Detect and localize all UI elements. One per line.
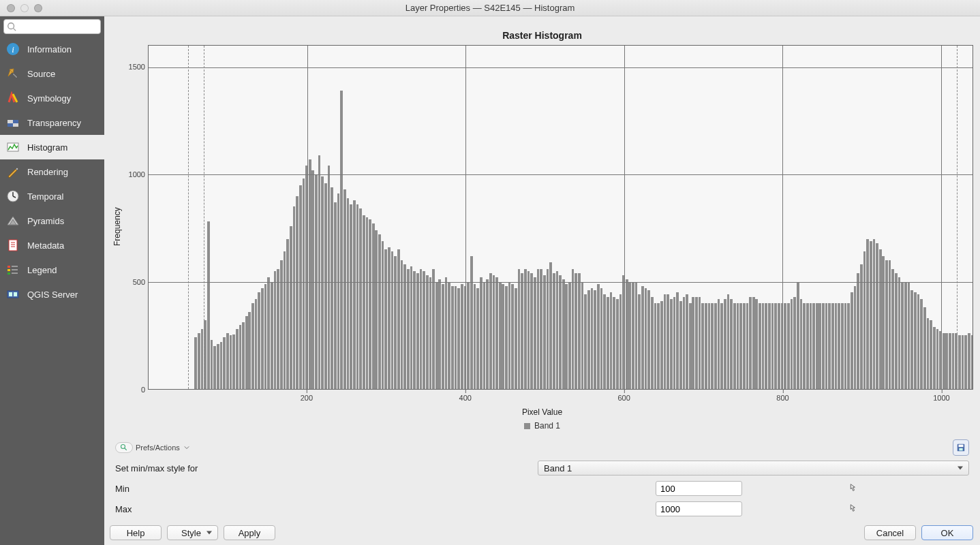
max-label: Max — [115, 504, 538, 514]
dialog-footer: Help Style Apply Cancel OK — [104, 523, 980, 545]
transparency-icon — [5, 115, 20, 130]
sidebar-item-symbology[interactable]: Symbology — [0, 86, 104, 110]
pointer-icon — [847, 483, 857, 493]
histogram-controls: Prefs/Actions Set min/max style for Band… — [104, 435, 980, 523]
save-icon — [956, 443, 966, 452]
sidebar: iInformationSourceSymbologyTransparencyH… — [0, 16, 104, 545]
histogram-icon — [5, 140, 20, 155]
svg-line-1 — [14, 29, 16, 31]
save-histogram-button[interactable] — [953, 439, 969, 456]
max-input[interactable] — [656, 501, 742, 516]
set-minmax-label: Set min/max style for — [115, 463, 538, 473]
clock-icon — [5, 189, 20, 204]
chart-title: Raster Histogram — [111, 30, 973, 41]
legend-label: Band 1 — [534, 421, 560, 431]
svg-rect-24 — [14, 292, 17, 296]
svg-rect-16 — [7, 266, 10, 268]
cancel-button[interactable]: Cancel — [864, 525, 916, 540]
dropdown-icon — [184, 445, 189, 450]
pointer-icon — [847, 503, 857, 513]
svg-rect-18 — [7, 272, 10, 275]
sidebar-item-rendering[interactable]: Rendering — [0, 159, 104, 184]
svg-line-26 — [125, 448, 127, 450]
svg-rect-17 — [7, 269, 10, 271]
histogram-bars — [149, 46, 973, 389]
sidebar-item-histogram[interactable]: Histogram — [0, 135, 104, 159]
pyramids-icon — [5, 213, 20, 228]
sidebar-item-source[interactable]: Source — [0, 61, 104, 86]
style-button[interactable]: Style — [167, 525, 218, 540]
server-icon — [5, 287, 20, 302]
info-icon: i — [5, 42, 20, 57]
band-select[interactable]: Band 1 — [538, 461, 969, 476]
titlebar: Layer Properties — S42E145 — Histogram — [0, 0, 980, 16]
brush-icon — [5, 164, 20, 179]
svg-rect-23 — [9, 292, 12, 296]
sidebar-item-information[interactable]: iInformation — [0, 37, 104, 61]
sidebar-search[interactable] — [3, 19, 101, 34]
min-input[interactable] — [656, 481, 742, 496]
svg-point-0 — [8, 23, 14, 29]
sidebar-item-metadata[interactable]: Metadata — [0, 233, 104, 258]
band-select-value: Band 1 — [544, 463, 572, 473]
sidebar-item-pyramids[interactable]: Pyramids — [0, 208, 104, 233]
sidebar-item-legend[interactable]: Legend — [0, 258, 104, 282]
sidebar-search-input[interactable] — [16, 21, 97, 32]
svg-point-25 — [121, 445, 125, 449]
sidebar-item-label: Legend — [27, 265, 57, 275]
histogram-panel: Raster Histogram Frequency 050010001500 … — [104, 16, 980, 435]
search-icon — [7, 22, 16, 31]
chart-legend: Band 1 — [111, 421, 973, 431]
ok-button[interactable]: OK — [921, 525, 973, 540]
sidebar-item-label: Symbology — [27, 93, 71, 104]
sidebar-item-label: Rendering — [27, 167, 68, 177]
metadata-icon — [5, 238, 20, 253]
main-panel: Raster Histogram Frequency 050010001500 … — [104, 16, 980, 545]
sidebar-item-label: Temporal — [27, 191, 63, 202]
pick-min-button[interactable] — [847, 483, 857, 495]
zoom-icon — [120, 443, 128, 452]
y-axis-label: Frequency — [111, 45, 123, 409]
x-axis-ticks: 2004006008001000 — [148, 390, 973, 409]
legend-swatch — [524, 423, 530, 429]
sidebar-item-transparency[interactable]: Transparency — [0, 110, 104, 135]
svg-rect-29 — [959, 448, 962, 451]
sidebar-nav: iInformationSourceSymbologyTransparencyH… — [0, 37, 104, 307]
svg-text:i: i — [12, 44, 14, 54]
min-label: Min — [115, 484, 538, 494]
sidebar-item-label: Histogram — [27, 142, 67, 153]
window-title: Layer Properties — S42E145 — Histogram — [0, 3, 980, 13]
sidebar-item-temporal[interactable]: Temporal — [0, 184, 104, 208]
sidebar-item-label: Metadata — [27, 240, 64, 251]
sidebar-item-label: Information — [27, 44, 72, 54]
prefs-actions-button[interactable] — [115, 442, 133, 453]
x-axis-label: Pixel Value — [111, 407, 973, 417]
legend-icon — [5, 262, 20, 277]
prefs-actions-label: Prefs/Actions — [136, 443, 180, 452]
sidebar-item-label: Pyramids — [27, 216, 64, 226]
svg-rect-7 — [13, 123, 18, 127]
apply-button[interactable]: Apply — [224, 525, 275, 540]
svg-rect-6 — [7, 120, 13, 123]
sidebar-item-label: Transparency — [27, 118, 81, 128]
wrench-icon — [5, 66, 20, 81]
y-axis-ticks: 050010001500 — [123, 45, 148, 390]
plot-area[interactable] — [148, 45, 973, 390]
pick-max-button[interactable] — [847, 503, 857, 515]
svg-rect-12 — [9, 240, 17, 251]
symbology-icon — [5, 91, 20, 106]
sidebar-item-qgis-server[interactable]: QGIS Server — [0, 282, 104, 307]
sidebar-item-label: Source — [27, 69, 55, 79]
help-button[interactable]: Help — [110, 525, 162, 540]
svg-rect-28 — [959, 445, 964, 448]
sidebar-item-label: QGIS Server — [27, 290, 78, 300]
